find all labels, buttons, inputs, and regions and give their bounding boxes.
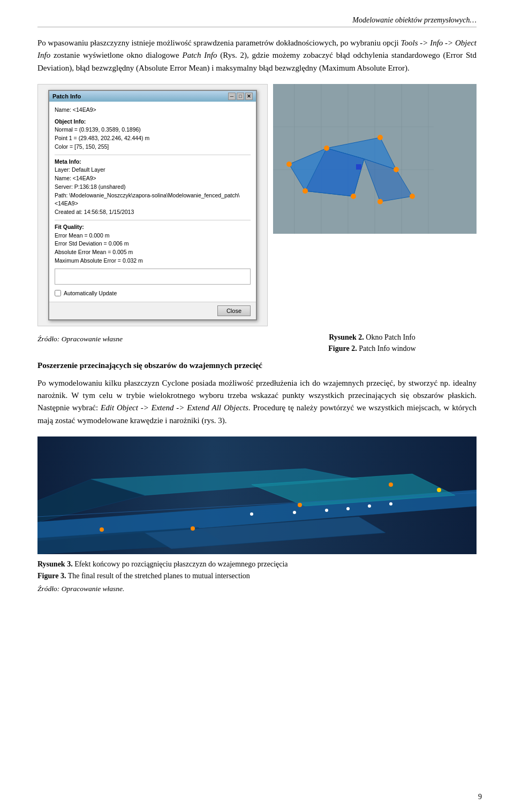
wall-svg — [273, 84, 477, 234]
svg-point-40 — [389, 502, 392, 505]
figure-2-container: Patch Info ─ □ ✕ Name: <14EA9> Object In… — [37, 84, 477, 326]
dialog-separator-2 — [55, 220, 251, 220]
svg-point-37 — [325, 509, 328, 512]
dialog-footer: Close — [49, 302, 256, 319]
figure3-image — [37, 436, 477, 554]
dialog-normal: Normal = (0.9139, 0.3589, 0.1896) — [55, 126, 251, 134]
wall-photo-panel — [273, 84, 477, 234]
dialog-path: Path: \Modelowanie_Noszczyk\zapora-solin… — [55, 191, 251, 209]
svg-point-35 — [250, 512, 253, 516]
fit-quality-title: Fit Quality: — [55, 223, 251, 232]
figure3-caption: Rysunek 3. Efekt końcowy po rozciągnięci… — [37, 558, 477, 583]
dialog-titlebar: Patch Info ─ □ ✕ — [49, 91, 256, 102]
dialog-auto-update-row: Automatically Update — [55, 288, 251, 298]
section-heading: Poszerzenie przecinających się obszarów … — [37, 359, 477, 372]
svg-point-36 — [293, 511, 296, 514]
caption-figure2: Figure 2. Patch Info window — [268, 343, 477, 354]
dialog-abs-error: Absolute Error Mean = 0.005 m — [55, 248, 251, 257]
svg-point-13 — [286, 162, 292, 167]
dialog-separator-1 — [55, 155, 251, 155]
scene3 — [37, 436, 477, 554]
dialog-scroll-area[interactable] — [55, 269, 251, 285]
dialog-screenshot: Patch Info ─ □ ✕ Name: <14EA9> Object In… — [37, 84, 268, 326]
dialog-titlebar-buttons: ─ □ ✕ — [228, 93, 253, 100]
dialog-color: Color = [75, 150, 255] — [55, 143, 251, 151]
dialog-title: Patch Info — [52, 93, 81, 99]
object-info-title: Object Info: — [55, 118, 251, 126]
dialog-max-abs-error: Maximum Absolute Error = 0.032 m — [55, 257, 251, 265]
svg-point-33 — [389, 482, 393, 487]
dialog-content: Name: <14EA9> Object Info: Normal = (0.9… — [49, 102, 256, 302]
dialog-error-mean: Error Mean = 0.000 m — [55, 232, 251, 240]
rysunek3-label: Rysunek 3. — [37, 560, 73, 568]
paragraph-1: Po wpasowaniu płaszczyzny istnieje możli… — [37, 37, 477, 74]
figure3-container: Rysunek 3. Efekt końcowy po rozciągnięci… — [37, 436, 477, 593]
rysunek2-label: Rysunek 2. — [329, 333, 364, 341]
dialog-error-std: Error Std Deviation = 0.006 m — [55, 240, 251, 248]
svg-point-31 — [191, 526, 195, 531]
source2-label: Źródło: Opracowanie własne. — [37, 585, 477, 593]
svg-point-20 — [377, 199, 383, 204]
svg-point-34 — [437, 488, 441, 492]
rysunek3-desc-pl: Efekt końcowy po rozciągnięciu płaszczyz… — [74, 560, 288, 568]
patch-info-dialog: Patch Info ─ □ ✕ Name: <14EA9> Object In… — [48, 90, 257, 320]
svg-point-38 — [346, 507, 350, 510]
scene3-svg — [37, 436, 477, 554]
wall-scene — [273, 84, 477, 234]
paragraph-2: Po wymodelowaniu kilku płaszczyzn Cyclon… — [37, 377, 477, 427]
figure3-label: Figure 3. — [37, 572, 66, 580]
dialog-close-button[interactable]: ✕ — [245, 93, 253, 100]
svg-point-17 — [303, 188, 308, 194]
svg-point-39 — [368, 504, 371, 508]
meta-info-title: Meta Info: — [55, 158, 251, 166]
figure2-caption-row: Źródło: Opracowanie własne Rysunek 2. Ok… — [37, 332, 477, 354]
svg-point-14 — [324, 145, 329, 151]
svg-point-19 — [410, 194, 415, 199]
window-label: Patch Info window — [359, 344, 416, 353]
dialog-created: Created at: 14:56:58, 1/15/2013 — [55, 208, 251, 217]
dialog-maximize-button[interactable]: □ — [237, 93, 244, 100]
header-title: Modelowanie obiektów przemysłowych… — [352, 16, 477, 24]
source-label-left: Źródło: Opracowanie własne — [37, 332, 268, 346]
dialog-name-label: Name: <14EA9> — [55, 106, 251, 114]
dialog-server: Server: P:136:18 (unshared) — [55, 183, 251, 191]
dialog-object-info-section: Object Info: Normal = (0.9139, 0.3589, 0… — [55, 118, 251, 151]
figure2-caption-block: Rysunek 2. Okno Patch Info Figure 2. Pat… — [268, 332, 477, 354]
dialog-name2: Name: <14EA9> — [55, 174, 251, 183]
svg-point-30 — [100, 527, 104, 532]
auto-update-label: Automatically Update — [64, 290, 117, 296]
svg-point-32 — [298, 503, 302, 507]
svg-point-16 — [394, 167, 399, 172]
svg-point-15 — [377, 135, 383, 140]
dialog-point1: Point 1 = (29.483, 202.246, 42.444) m — [55, 134, 251, 143]
svg-rect-21 — [356, 164, 361, 170]
page-header: Modelowanie obiektów przemysłowych… — [37, 16, 477, 27]
dialog-layer: Layer: Default Layer — [55, 166, 251, 174]
auto-update-checkbox[interactable] — [55, 290, 61, 296]
figure3-desc-en: The final result of the stretched planes… — [68, 572, 250, 580]
dialog-meta-info-section: Meta Info: Layer: Default Layer Name: <1… — [55, 158, 251, 217]
okno-label: Okno Patch Info — [366, 333, 415, 341]
svg-point-18 — [351, 194, 356, 199]
dialog-minimize-button[interactable]: ─ — [228, 93, 236, 100]
page-number: 9 — [478, 793, 482, 801]
close-button[interactable]: Close — [217, 305, 251, 316]
source-label: Źródło: Opracowanie własne — [37, 335, 268, 343]
dialog-fit-quality-section: Fit Quality: Error Mean = 0.000 m Error … — [55, 223, 251, 265]
figure2-label: Figure 2. — [328, 344, 357, 353]
dialog-name-section: Name: <14EA9> — [55, 106, 251, 114]
caption-rysunek2: Rysunek 2. Okno Patch Info — [268, 332, 477, 343]
